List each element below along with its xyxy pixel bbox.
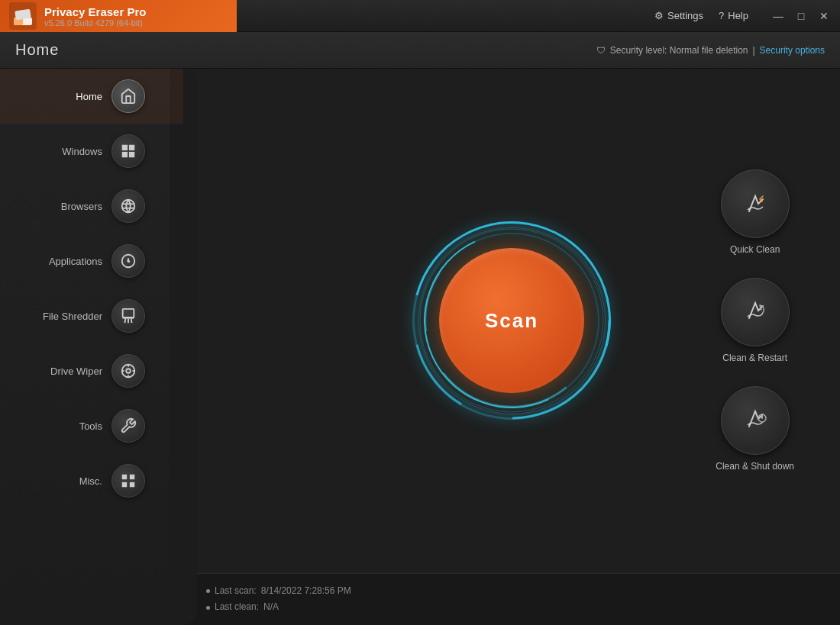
svg-point-8	[122, 200, 135, 213]
svg-rect-26	[130, 482, 134, 487]
shield-icon: 🛡	[596, 45, 606, 56]
svg-point-12	[128, 260, 129, 262]
last-clean-label: Last clean:	[215, 599, 259, 616]
svg-rect-25	[122, 482, 127, 487]
svg-point-32	[760, 199, 763, 202]
action-button-clean-shutdown[interactable]	[721, 386, 790, 455]
settings-label: Settings	[667, 10, 703, 21]
page-title: Home	[15, 41, 59, 59]
last-scan-value: 8/14/2022 7:28:56 PM	[261, 583, 351, 600]
svg-point-18	[126, 369, 131, 373]
action-buttons: Quick Clean Clean & Restart Clean & Shut…	[716, 169, 794, 472]
action-button-quick-clean[interactable]	[721, 169, 790, 238]
sidebar-item-label-applications: Applications	[49, 256, 102, 267]
last-clean-dot	[206, 606, 210, 610]
svg-rect-4	[122, 145, 128, 150]
sidebar-icon-home	[111, 79, 145, 113]
titlebar-controls: ⚙ Settings ? Help — □ ✕	[654, 9, 831, 23]
maximize-button[interactable]: □	[794, 9, 808, 23]
help-label: Help	[728, 10, 748, 21]
sidebar-item-label-home: Home	[76, 91, 102, 102]
headerbar: Home 🛡 Security level: Normal file delet…	[0, 32, 840, 69]
svg-rect-13	[123, 309, 134, 317]
minimize-button[interactable]: —	[771, 9, 785, 23]
scan-button[interactable]: Scan	[439, 248, 584, 393]
last-clean-line: Last clean: N/A	[206, 599, 817, 616]
status-bar: Last scan: 8/14/2022 7:28:56 PM Last cle…	[183, 573, 840, 625]
content: Scan Quick Clean Clean & Restart Clean &…	[183, 69, 840, 625]
sidebar-item-tools[interactable]: Tools	[0, 398, 183, 453]
main-layout: HomeWindowsBrowsersApplicationsFile Shre…	[0, 69, 840, 625]
app-title-block: Privacy Eraser Pro v5.26.0 Build 4279 (6…	[44, 5, 146, 27]
sidebar-item-misc[interactable]: Misc.	[0, 453, 183, 508]
sidebar-item-applications[interactable]: Applications	[0, 234, 183, 288]
security-level-text: Security level: Normal file deletion	[610, 45, 748, 56]
separator: |	[752, 45, 754, 56]
sidebar-item-home[interactable]: Home	[0, 69, 183, 124]
svg-rect-7	[129, 152, 134, 157]
question-icon: ?	[719, 10, 724, 21]
close-button[interactable]: ✕	[817, 9, 831, 23]
action-label-clean-shutdown: Clean & Shut down	[716, 461, 794, 472]
security-options-link[interactable]: Security options	[760, 45, 825, 56]
scan-button-wrapper: Scan	[405, 214, 619, 427]
sidebar-item-windows[interactable]: Windows	[0, 124, 183, 179]
sidebar-item-file-shredder[interactable]: File Shredder	[0, 288, 183, 343]
sidebar-icon-misc	[111, 464, 145, 498]
action-label-clean-restart: Clean & Restart	[722, 353, 787, 363]
scan-area: Scan Quick Clean Clean & Restart Clean &…	[183, 69, 840, 573]
brand-header: Privacy Eraser Pro v5.26.0 Build 4279 (6…	[0, 0, 237, 32]
sidebar-item-label-misc: Misc.	[79, 475, 102, 487]
svg-rect-5	[129, 145, 134, 150]
sidebar: HomeWindowsBrowsersApplicationsFile Shre…	[0, 69, 183, 625]
sidebar-icon-windows	[111, 134, 145, 168]
titlebar: Privacy Eraser Pro v5.26.0 Build 4279 (6…	[0, 0, 840, 32]
sidebar-item-browsers[interactable]: Browsers	[0, 179, 183, 234]
sidebar-icon-tools	[111, 409, 145, 443]
help-button[interactable]: ? Help	[719, 10, 748, 21]
last-clean-value: N/A	[263, 599, 279, 616]
app-logo	[9, 2, 37, 30]
sidebar-item-label-drive-wiper: Drive Wiper	[50, 366, 102, 377]
action-wrapper-clean-restart: Clean & Restart	[721, 278, 790, 363]
sidebar-icon-file-shredder	[111, 299, 145, 333]
svg-rect-23	[122, 475, 127, 479]
svg-line-14	[124, 319, 125, 324]
svg-line-16	[131, 319, 132, 324]
last-scan-line: Last scan: 8/14/2022 7:28:56 PM	[206, 583, 817, 600]
sidebar-item-drive-wiper[interactable]: Drive Wiper	[0, 343, 183, 398]
app-version: v5.26.0 Build 4279 (64-bit)	[44, 18, 146, 27]
action-label-quick-clean: Quick Clean	[730, 244, 780, 255]
sidebar-icon-drive-wiper	[111, 354, 145, 388]
action-wrapper-clean-shutdown: Clean & Shut down	[716, 386, 794, 472]
sidebar-item-label-windows: Windows	[62, 146, 102, 157]
security-info: 🛡 Security level: Normal file deletion |…	[596, 45, 825, 56]
svg-rect-6	[122, 152, 128, 157]
gear-icon: ⚙	[654, 10, 664, 21]
sidebar-icon-applications	[111, 244, 145, 278]
svg-rect-24	[130, 475, 134, 479]
action-wrapper-quick-clean: Quick Clean	[721, 169, 790, 255]
sidebar-item-label-tools: Tools	[79, 420, 102, 432]
sidebar-item-label-file-shredder: File Shredder	[43, 311, 102, 322]
settings-button[interactable]: ⚙ Settings	[654, 10, 703, 21]
app-name: Privacy Eraser Pro	[44, 5, 146, 18]
window-controls: — □ ✕	[771, 9, 831, 23]
last-scan-dot	[206, 589, 210, 593]
last-scan-label: Last scan:	[215, 583, 257, 600]
sidebar-item-label-browsers: Browsers	[61, 201, 102, 212]
sidebar-icon-browsers	[111, 189, 145, 223]
action-button-clean-restart[interactable]	[721, 278, 790, 346]
